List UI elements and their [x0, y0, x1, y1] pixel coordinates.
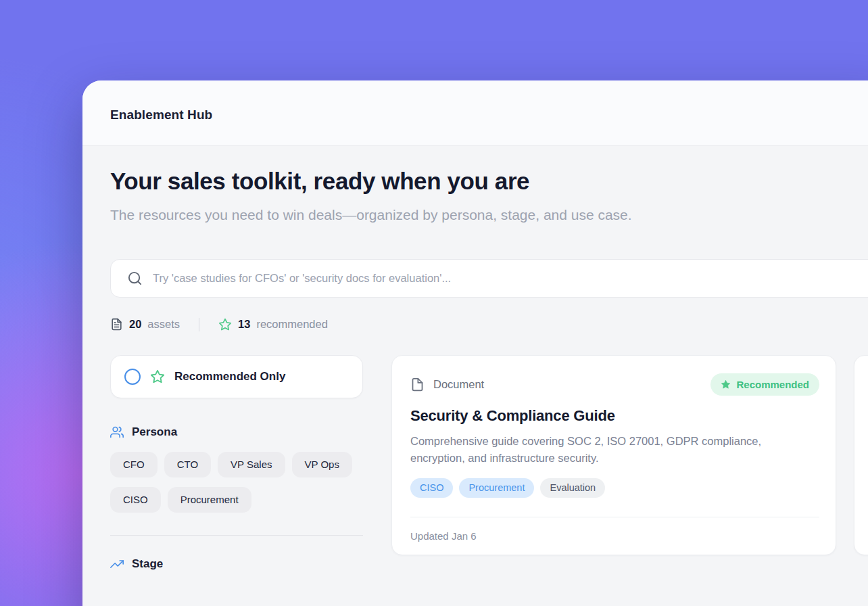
- toggle-label: Recommended Only: [174, 370, 285, 383]
- panel-header: Enablement Hub: [82, 80, 868, 146]
- card-updated-text: Updated Jan 6: [410, 530, 477, 542]
- recommended-count: 13: [238, 318, 250, 331]
- toggle-circle-icon[interactable]: [124, 369, 141, 385]
- tag-ciso[interactable]: CISO: [410, 478, 453, 498]
- card-tags: CISO Procurement Evaluation: [410, 478, 819, 498]
- trending-up-icon: [110, 557, 124, 571]
- stats-divider: [199, 318, 199, 331]
- file-icon: [410, 377, 425, 392]
- card-top-row: Document Recommended: [410, 373, 819, 396]
- persona-filter-title: Persona: [132, 425, 177, 439]
- tag-evaluation[interactable]: Evaluation: [540, 478, 605, 498]
- page-subtitle: The resources you need to win deals—orga…: [110, 204, 665, 227]
- star-outline-icon: [218, 318, 232, 331]
- persona-chips: CFO CTO VP Sales VP Ops CISO Procurement: [110, 452, 363, 513]
- card-title: Security & Compliance Guide: [410, 407, 819, 425]
- file-text-icon: [110, 318, 123, 331]
- star-filled-icon: [721, 379, 731, 390]
- app-title: Enablement Hub: [110, 108, 212, 122]
- main-panel: Enablement Hub Your sales toolkit, ready…: [82, 80, 868, 606]
- persona-chip-procurement[interactable]: Procurement: [168, 487, 251, 513]
- persona-chip-cfo[interactable]: CFO: [110, 452, 158, 477]
- recommended-only-toggle[interactable]: Recommended Only: [110, 355, 363, 398]
- persona-chip-vp-sales[interactable]: VP Sales: [218, 452, 285, 477]
- asset-card-partial[interactable]: [854, 355, 868, 555]
- card-type: Document: [410, 377, 484, 392]
- search-icon: [127, 271, 143, 286]
- cards-area: Document Recommended Security & Complian…: [391, 355, 868, 555]
- card-description: Comprehensive guide covering SOC 2, ISO …: [410, 433, 802, 467]
- sidebar-divider: [110, 535, 363, 536]
- content-row: Recommended Only Persona CFO CTO VP Sale…: [110, 355, 868, 572]
- recommended-stat: 13 recommended: [218, 318, 328, 331]
- panel-body: Your sales toolkit, ready when you are T…: [82, 146, 868, 571]
- persona-chip-ciso[interactable]: CISO: [110, 487, 161, 513]
- filters-sidebar: Recommended Only Persona CFO CTO VP Sale…: [110, 355, 363, 572]
- persona-chip-vp-ops[interactable]: VP Ops: [292, 452, 352, 477]
- card-type-label: Document: [433, 378, 484, 391]
- assets-label: assets: [147, 318, 180, 331]
- users-icon: [110, 425, 124, 439]
- page-title: Your sales toolkit, ready when you are: [110, 168, 868, 195]
- assets-stat: 20 assets: [110, 318, 180, 331]
- recommended-label: recommended: [256, 318, 327, 331]
- recommended-badge: Recommended: [710, 373, 819, 396]
- tag-procurement[interactable]: Procurement: [459, 478, 534, 498]
- star-outline-icon: [150, 369, 165, 384]
- stage-filter-title: Stage: [132, 557, 163, 571]
- recommended-badge-label: Recommended: [736, 379, 809, 390]
- stage-filter-header: Stage: [110, 557, 363, 571]
- persona-filter-header: Persona: [110, 425, 363, 439]
- assets-count: 20: [129, 318, 141, 331]
- search-input[interactable]: [153, 272, 868, 285]
- asset-card[interactable]: Document Recommended Security & Complian…: [391, 355, 836, 555]
- card-footer: Updated Jan 6: [410, 517, 819, 555]
- stats-row: 20 assets 13 recommended: [110, 318, 868, 331]
- persona-chip-cto[interactable]: CTO: [164, 452, 211, 477]
- search-bar[interactable]: [110, 259, 868, 298]
